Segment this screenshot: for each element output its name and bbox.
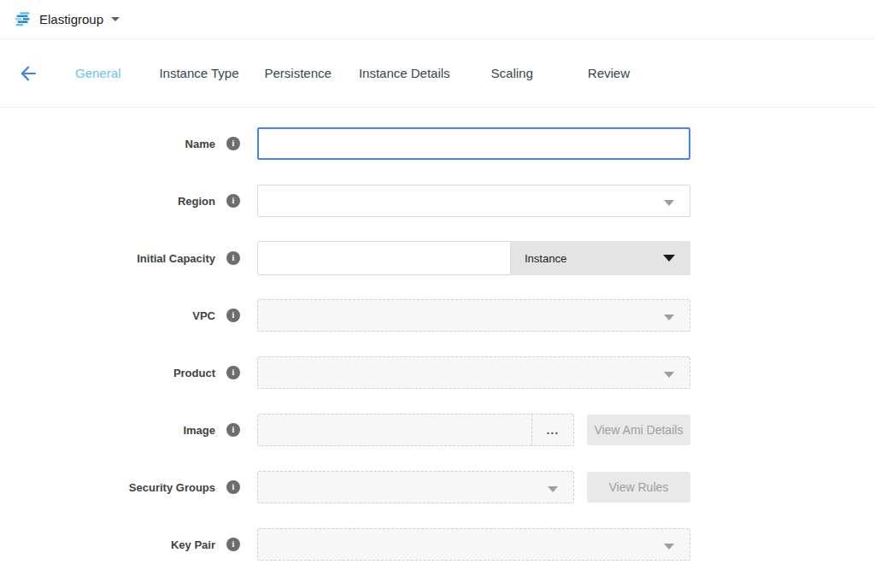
initial-capacity-input[interactable]	[257, 241, 511, 275]
image-picker-value	[258, 415, 531, 445]
product-select	[257, 356, 690, 389]
chevron-down-icon	[548, 486, 558, 492]
chevron-down-icon	[664, 372, 674, 378]
image-label: Image	[0, 424, 215, 437]
info-icon[interactable]: i	[226, 480, 240, 494]
region-label: Region	[0, 195, 215, 208]
chevron-down-icon	[664, 315, 674, 320]
chevron-down-icon[interactable]	[111, 17, 120, 21]
form-row-product: Product i	[0, 356, 875, 390]
topbar: Elastigroup	[0, 0, 875, 39]
general-settings-form: Name i Region i Initial Capacity i Insta…	[0, 108, 875, 562]
security-groups-label: Security Groups	[0, 481, 215, 494]
vpc-label: VPC	[0, 309, 215, 322]
info-icon[interactable]: i	[226, 194, 240, 208]
tab-instance-type[interactable]: Instance Type	[159, 66, 238, 80]
region-select[interactable]	[257, 185, 690, 217]
capacity-unit-select[interactable]: Instance	[511, 241, 690, 275]
key-pair-label: Key Pair	[0, 538, 215, 551]
tab-review[interactable]: Review	[588, 66, 630, 80]
form-row-region: Region i	[0, 184, 875, 218]
product-label: Product	[0, 367, 215, 379]
info-icon[interactable]: i	[226, 366, 240, 379]
form-row-vpc: VPC i	[0, 298, 875, 332]
view-rules-button: View Rules	[587, 472, 690, 503]
vpc-select	[257, 299, 690, 332]
wizard-tabs: General Instance Type Persistence Instan…	[75, 66, 668, 80]
security-groups-select	[257, 471, 574, 503]
name-input[interactable]	[257, 127, 690, 160]
form-row-key-pair: Key Pair i	[0, 527, 875, 562]
info-icon[interactable]: i	[226, 538, 240, 551]
form-row-security-groups: Security Groups i View Rules	[0, 470, 875, 504]
view-ami-details-button: View Ami Details	[587, 415, 690, 445]
capacity-unit-value: Instance	[525, 252, 567, 265]
info-icon[interactable]: i	[226, 137, 240, 150]
form-row-initial-capacity: Initial Capacity i Instance	[0, 241, 875, 275]
form-row-name: Name i	[0, 126, 875, 161]
tab-persistence[interactable]: Persistence	[265, 66, 332, 80]
info-icon[interactable]: i	[226, 251, 240, 265]
chevron-down-icon	[664, 544, 674, 550]
info-icon[interactable]: i	[226, 309, 240, 322]
form-row-image: Image i ... View Ami Details	[0, 413, 875, 447]
tab-instance-details[interactable]: Instance Details	[359, 66, 450, 80]
chevron-down-icon	[663, 255, 675, 262]
image-picker: ...	[257, 414, 574, 446]
app-switcher-label[interactable]: Elastigroup	[39, 12, 103, 26]
elastigroup-logo-icon	[14, 10, 32, 29]
chevron-down-icon	[664, 200, 674, 206]
name-label: Name	[0, 138, 215, 150]
info-icon[interactable]: i	[226, 423, 240, 437]
wizard-nav: General Instance Type Persistence Instan…	[0, 39, 875, 108]
ellipsis-browse-icon: ...	[531, 415, 573, 445]
back-arrow-icon[interactable]	[17, 62, 39, 85]
tab-general[interactable]: General	[75, 66, 120, 80]
key-pair-select	[257, 528, 690, 561]
initial-capacity-label: Initial Capacity	[0, 252, 215, 265]
tab-scaling[interactable]: Scaling	[491, 66, 533, 80]
